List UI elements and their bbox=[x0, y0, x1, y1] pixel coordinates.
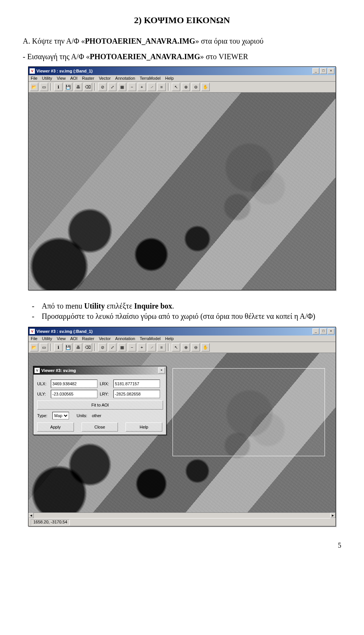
menu-raster[interactable]: Raster bbox=[82, 76, 94, 80]
info-icon[interactable]: ℹ bbox=[54, 343, 63, 351]
app-icon: V bbox=[30, 329, 35, 334]
toolbar-separator bbox=[94, 83, 96, 91]
help-button[interactable]: Help bbox=[126, 422, 162, 432]
fit-to-aoi-button[interactable]: Fit to AOI bbox=[37, 400, 163, 410]
print-icon[interactable]: 🖶 bbox=[74, 83, 82, 91]
info-icon[interactable]: ℹ bbox=[54, 83, 63, 91]
units-label: Units: bbox=[77, 413, 87, 418]
plus-icon[interactable]: + bbox=[138, 83, 146, 91]
menu-file[interactable]: File bbox=[31, 76, 38, 80]
save-icon[interactable]: 💾 bbox=[64, 343, 72, 351]
zoom-out-line-icon[interactable]: − bbox=[128, 343, 136, 351]
inquire-box-dialog[interactable]: V Viewer #3: sv.img × ULX: LRX: ULY: LRY… bbox=[33, 366, 166, 435]
menubar: File Utility View AOI Raster Vector Anno… bbox=[28, 336, 336, 342]
apply-button[interactable]: Apply bbox=[37, 422, 74, 432]
menu-annotation[interactable]: Annotation bbox=[115, 336, 135, 341]
close-button[interactable]: Close bbox=[82, 422, 118, 432]
zoom-in-icon[interactable]: ⊕ bbox=[182, 83, 190, 91]
measure-icon[interactable]: ⟋ bbox=[147, 343, 156, 351]
menu-aoi[interactable]: AOI bbox=[70, 336, 77, 341]
ruler-icon[interactable]: ≡ bbox=[157, 83, 166, 91]
fit-icon[interactable]: ⤢ bbox=[108, 343, 116, 351]
stop-icon[interactable]: ⊘ bbox=[98, 83, 107, 91]
menu-utility[interactable]: Utility bbox=[42, 76, 52, 80]
image-canvas[interactable]: V Viewer #3: sv.img × ULX: LRX: ULY: LRY… bbox=[28, 353, 336, 512]
menu-terramodel[interactable]: TerraModel bbox=[140, 76, 160, 80]
fit-icon[interactable]: ⤢ bbox=[108, 83, 116, 91]
page-heading: 2) ΚΟΨΙΜΟ ΕΙΚΟΝΩΝ bbox=[23, 15, 341, 25]
titlebar[interactable]: V Viewer #3 : sv.img (:Band_1) _ □ × bbox=[28, 327, 336, 336]
minimize-button[interactable]: _ bbox=[312, 328, 319, 334]
erase-icon[interactable]: ⌫ bbox=[84, 343, 92, 351]
section-a-bold: PHOTOAERIEN_ANAVRA.IMG bbox=[85, 37, 195, 45]
extent-icon[interactable]: ▦ bbox=[118, 83, 126, 91]
dialog-titlebar[interactable]: V Viewer #3: sv.img × bbox=[33, 366, 166, 375]
extent-icon[interactable]: ▦ bbox=[118, 343, 126, 351]
pointer-icon[interactable]: ↖ bbox=[172, 83, 180, 91]
aoi-rectangle[interactable] bbox=[173, 368, 325, 456]
stop-icon[interactable]: ⊘ bbox=[98, 343, 107, 351]
ruler-icon[interactable]: ≡ bbox=[157, 343, 166, 351]
menu-help[interactable]: Help bbox=[165, 76, 174, 80]
window-title: Viewer #3 : sv.img (:Band_1) bbox=[36, 329, 312, 334]
lrx-field[interactable] bbox=[113, 380, 160, 388]
list-item: - Από το menu Utility επιλέξτε Inquire b… bbox=[32, 301, 341, 311]
toolbar: 📂 ▭ ℹ 💾 🖶 ⌫ ⊘ ⤢ ▦ − + ⟋ ≡ ↖ ⊕ ⊖ ✋ bbox=[28, 82, 336, 93]
dialog-close-button[interactable]: × bbox=[158, 367, 165, 373]
section-a: A. Κόψτε την Α/Φ «PHOTOAERIEN_ANAVRA.IMG… bbox=[23, 37, 341, 46]
app-icon: V bbox=[35, 368, 40, 373]
zoom-in-icon[interactable]: ⊕ bbox=[182, 343, 190, 351]
menu-aoi[interactable]: AOI bbox=[70, 76, 77, 80]
minimize-button[interactable]: _ bbox=[312, 68, 319, 74]
status-coordinates: 1658.20, -3170.54 bbox=[31, 519, 70, 525]
plus-icon[interactable]: + bbox=[138, 343, 146, 351]
menu-utility[interactable]: Utility bbox=[42, 336, 52, 341]
menu-view[interactable]: View bbox=[57, 336, 66, 341]
maximize-button[interactable]: □ bbox=[320, 68, 327, 74]
zoom-out-icon[interactable]: ⊖ bbox=[191, 343, 200, 351]
scroll-right-icon[interactable]: ► bbox=[330, 513, 336, 518]
menu-help[interactable]: Help bbox=[165, 336, 174, 341]
menu-view[interactable]: View bbox=[57, 76, 66, 80]
zoom-out-line-icon[interactable]: − bbox=[128, 83, 136, 91]
zoom-out-icon[interactable]: ⊖ bbox=[191, 83, 200, 91]
new-icon[interactable]: ▭ bbox=[40, 343, 48, 351]
horizontal-scrollbar[interactable]: ◄ ► bbox=[28, 512, 336, 518]
maximize-button[interactable]: □ bbox=[320, 328, 327, 334]
toolbar-separator bbox=[168, 343, 169, 351]
window-title: Viewer #3 : sv.img (:Band_1) bbox=[36, 69, 312, 73]
pointer-icon[interactable]: ↖ bbox=[172, 343, 180, 351]
scroll-track[interactable] bbox=[34, 513, 330, 518]
menu-file[interactable]: File bbox=[31, 336, 38, 341]
erase-icon[interactable]: ⌫ bbox=[84, 83, 92, 91]
lrx-label: LRX: bbox=[100, 381, 111, 386]
uly-field[interactable] bbox=[51, 390, 97, 398]
type-select[interactable]: Map bbox=[52, 412, 69, 419]
intro-suffix: » στο VIEWER bbox=[200, 52, 248, 61]
menu-terramodel[interactable]: TerraModel bbox=[140, 336, 160, 341]
menu-raster[interactable]: Raster bbox=[82, 336, 94, 341]
open-icon[interactable]: 📂 bbox=[30, 83, 38, 91]
print-icon[interactable]: 🖶 bbox=[74, 343, 82, 351]
open-icon[interactable]: 📂 bbox=[30, 343, 38, 351]
menu-vector[interactable]: Vector bbox=[99, 76, 111, 80]
close-button[interactable]: × bbox=[328, 68, 334, 74]
save-icon[interactable]: 💾 bbox=[64, 83, 72, 91]
units-value: other bbox=[92, 413, 101, 418]
ulx-field[interactable] bbox=[51, 380, 97, 388]
bullet-dash: - bbox=[32, 311, 37, 321]
bullet-0-prefix: Από το menu bbox=[42, 302, 84, 310]
measure-icon[interactable]: ⟋ bbox=[147, 83, 156, 91]
scroll-left-icon[interactable]: ◄ bbox=[28, 513, 34, 518]
new-icon[interactable]: ▭ bbox=[40, 83, 48, 91]
lry-field[interactable] bbox=[113, 390, 160, 398]
pan-icon[interactable]: ✋ bbox=[201, 343, 210, 351]
image-canvas[interactable] bbox=[28, 93, 336, 290]
menu-vector[interactable]: Vector bbox=[99, 336, 111, 341]
pan-icon[interactable]: ✋ bbox=[201, 83, 210, 91]
menu-annotation[interactable]: Annotation bbox=[115, 76, 135, 80]
close-button[interactable]: × bbox=[328, 328, 334, 334]
titlebar[interactable]: V Viewer #3 : sv.img (:Band_1) _ □ × bbox=[28, 67, 336, 75]
menubar: File Utility View AOI Raster Vector Anno… bbox=[28, 75, 336, 82]
dialog-title: Viewer #3: sv.img bbox=[41, 368, 158, 373]
